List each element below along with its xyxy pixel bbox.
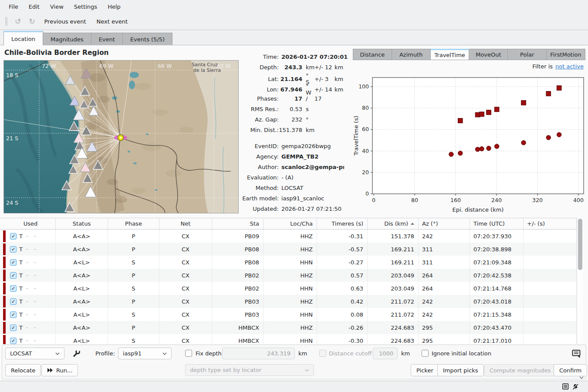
relocate-button[interactable]: Relocate [5,364,41,376]
column-header-used[interactable]: Used [6,218,56,229]
tt-point-s[interactable] [494,107,499,112]
used-checkbox[interactable]: ✓ [10,285,17,292]
tt-point-p[interactable] [449,152,453,156]
used-flags: - - [26,285,38,291]
info-label: Time: [240,54,279,60]
used-checkbox[interactable]: ✓ [10,233,17,240]
used-checkbox[interactable]: ✓ [10,338,17,344]
info-error: +/- 14 [314,86,333,93]
map[interactable]: 72 W69 W66 W63 W18 S21 S24 SSanta Cruzde… [3,60,239,213]
table-row[interactable]: ✓T- -A<A>PCXPB03HHZ0.42211.07224207:20:4… [0,295,577,308]
picker-button[interactable]: Picker [411,364,439,376]
plot-tab-traveltime[interactable]: TravelTime [431,49,470,60]
column-header-diskm[interactable]: Dis (km) [368,218,419,229]
fix-depth-checkbox[interactable] [185,350,192,357]
undo-icon[interactable]: ↺ [11,18,25,25]
tt-point-p[interactable] [557,132,561,137]
locator-settings-wrench-icon[interactable] [72,348,81,358]
cell-value: CX [182,338,189,344]
tt-point-s[interactable] [487,110,491,115]
column-header-status[interactable]: Status [56,218,108,229]
table-scrollbar[interactable] [577,218,583,344]
tab-event[interactable]: Event [91,33,123,45]
table-row[interactable]: ✓T- -A<A>PCXHMBCXHHZ-0.26224.68329507:20… [0,321,577,334]
column-header-timeutc[interactable]: Time (UTC) [470,218,524,229]
traveltime-plot[interactable]: 080160240320400020406080100Epi. distance… [352,74,586,216]
used-checkbox[interactable]: ✓ [10,311,17,318]
tt-point-s[interactable] [458,118,463,123]
cell-timeres: -0.27 [317,256,368,269]
table-row[interactable]: ✓T- -A<L>SCXPB03HHN0.08211.07224207:21:1… [0,308,577,321]
row-gutter [0,334,6,344]
used-checkbox[interactable]: ✓ [10,298,17,305]
plot-tab-distance[interactable]: Distance [353,49,392,60]
menu-edit[interactable]: Edit [24,1,45,12]
column-header-loccha[interactable]: Loc/Cha [264,218,317,229]
table-row[interactable]: ✓T- -A<A>PCXPB02HHZ0.57203.04926407:20:4… [0,269,577,282]
tt-point-p[interactable] [521,140,526,145]
table-row[interactable]: ✓T- -A<L>SCXPB08HHN-0.27169.21131107:21:… [0,256,577,269]
distance-cutoff-label: Distance cutoff [329,348,372,359]
used-checkbox[interactable]: ✓ [10,324,17,331]
column-header-az[interactable]: Az (°) [419,218,470,229]
notifications-muted-bell-icon[interactable] [572,383,579,390]
menu-file[interactable]: File [3,1,24,12]
plot-tab-moveout[interactable]: MoveOut [469,49,508,60]
plot-tab-azimuth[interactable]: Azimuth [392,49,431,60]
column-header-s[interactable]: +/- (s) [524,218,577,229]
tt-point-p[interactable] [458,151,463,155]
row-gutter [0,269,6,282]
tt-point-s[interactable] [546,91,551,96]
tt-point-p[interactable] [487,146,491,150]
filter-toggle-link[interactable]: not active [555,63,584,70]
column-header-phase[interactable]: Phase [108,218,159,229]
column-header-sta[interactable]: Sta [212,218,264,229]
menu-settings[interactable]: Settings [69,1,102,12]
log-panel-icon[interactable] [562,383,569,390]
next-event-button[interactable]: Next event [91,15,133,28]
used-checkbox[interactable]: ✓ [10,272,17,279]
tt-point-s[interactable] [480,112,484,117]
table-row[interactable]: ✓T- -A<A>PCXPB08HHZ-0.57169.21131107:20:… [0,243,577,256]
plot-tab-polar[interactable]: Polar [508,49,547,60]
mountain-texture [98,96,110,103]
tt-point-p[interactable] [480,146,484,151]
run-button[interactable]: Run... [41,364,78,376]
tt-point-s[interactable] [521,101,526,105]
info-value: 232 [279,116,304,123]
confirm-button[interactable]: Confirm [554,364,587,376]
used-flags: - - [26,233,38,239]
tab-events-5-5-[interactable]: Events (5/5) [123,33,172,45]
tt-point-s[interactable] [475,112,480,117]
tt-point-s[interactable] [557,86,561,91]
tt-point-p[interactable] [475,147,480,152]
tt-point-p[interactable] [494,144,499,149]
plot-tab-firstmotion[interactable]: FirstMotion [547,49,585,60]
tab-magnitudes[interactable]: Magnitudes [43,33,91,45]
tt-point-p[interactable] [546,135,551,140]
table-row[interactable]: ✓T- -A<L>SCXPB02HHN0.63203.04926407:21:1… [0,282,577,295]
used-checkbox[interactable]: ✓ [10,246,17,253]
toolbar-drag-handle[interactable] [5,17,7,26]
column-header-net[interactable]: Net [159,218,212,229]
locator-select[interactable]: LOCSAT [5,348,64,359]
menu-help[interactable]: Help [102,1,126,12]
table-row[interactable]: ✓T- -A<A>PCXPB09HHZ-0.31151.37824207:20:… [0,230,577,243]
used-checkbox[interactable]: ✓ [10,259,17,266]
table-row[interactable]: ✓T- -A<L>SCXHMBCXHHN-0.30224.68329507:21… [0,334,577,344]
table-scrollbar-thumb[interactable] [578,219,582,270]
cell-net: CX [159,269,212,282]
ignore-initial-location-checkbox[interactable] [422,350,429,357]
lon-label: 72 W [42,63,56,69]
cell-value: S [132,285,135,292]
comment-bubble-icon[interactable] [571,349,582,359]
cell-dis: 203.049 [368,282,419,295]
confirm-menu-chevron-icon[interactable] [579,376,584,379]
redo-icon[interactable]: ↻ [25,18,39,25]
previous-event-button[interactable]: Previous event [39,15,91,28]
menu-view[interactable]: View [45,1,69,12]
column-header-timeress[interactable]: Timeres (s) [317,218,368,229]
tab-location[interactable]: Location [3,31,43,45]
profile-select[interactable]: iasp91 [118,348,172,359]
import-picks-button[interactable]: Import picks [437,364,484,376]
